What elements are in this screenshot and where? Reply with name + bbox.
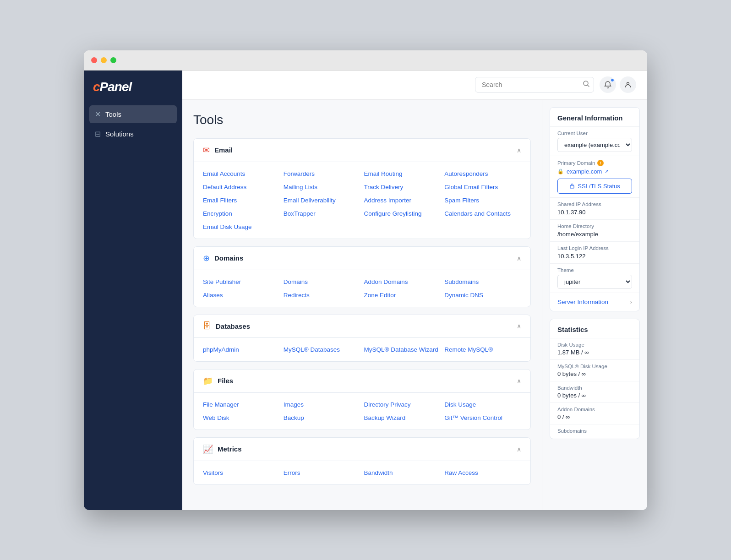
statistics-card: Statistics Disk Usage 1.87 MB / ∞ MySQL®… xyxy=(550,319,640,439)
link-visitors[interactable]: Visitors xyxy=(203,468,280,477)
files-links: File Manager Images Directory Privacy Di… xyxy=(194,393,530,430)
stat-disk-usage-value: 1.87 MB / ∞ xyxy=(557,349,632,356)
domain-link[interactable]: 🔒 example.com ↗ xyxy=(557,168,632,175)
link-subdomains[interactable]: Subdomains xyxy=(444,277,521,286)
ssl-tls-button[interactable]: SSL/TLS Status xyxy=(557,179,632,194)
notifications-button[interactable] xyxy=(600,76,616,93)
link-backup-wizard[interactable]: Backup Wizard xyxy=(364,413,441,422)
link-site-publisher[interactable]: Site Publisher xyxy=(203,277,280,286)
section-databases-header[interactable]: 🗄 Databases ∧ xyxy=(194,315,530,338)
link-phpmyadmin[interactable]: phpMyAdmin xyxy=(203,345,280,354)
app-window: cPanel ✕ Tools ⊟ Solutions xyxy=(84,50,647,510)
current-user-row: Current User example (example.com) xyxy=(550,126,639,156)
sidebar: cPanel ✕ Tools ⊟ Solutions xyxy=(84,71,182,510)
server-info-row[interactable]: Server Information › xyxy=(550,293,639,311)
search-input[interactable] xyxy=(475,77,594,92)
link-mailing-lists[interactable]: Mailing Lists xyxy=(284,183,360,191)
link-raw-access[interactable]: Raw Access xyxy=(444,468,521,477)
link-email-disk-usage[interactable]: Email Disk Usage xyxy=(203,223,280,231)
link-address-importer[interactable]: Address Importer xyxy=(364,196,441,205)
section-email-title: Email xyxy=(214,146,233,154)
maximize-button[interactable] xyxy=(110,57,116,63)
general-info-card: General Information Current User example… xyxy=(550,107,640,311)
link-email-routing[interactable]: Email Routing xyxy=(364,169,441,178)
section-email: ✉ Email ∧ Email Accounts Forwarders Emai… xyxy=(193,138,531,239)
user-menu-button[interactable] xyxy=(620,76,636,93)
statistics-title: Statistics xyxy=(550,319,639,338)
link-remote-mysql[interactable]: Remote MySQL® xyxy=(444,345,521,354)
stat-disk-usage-label: Disk Usage xyxy=(557,342,632,348)
link-spam-filters[interactable]: Spam Filters xyxy=(444,196,521,205)
metrics-chevron-icon: ∧ xyxy=(517,446,521,453)
info-icon: ! xyxy=(597,160,604,166)
link-track-delivery[interactable]: Track Delivery xyxy=(364,183,441,191)
svg-rect-3 xyxy=(570,185,574,188)
link-forwarders[interactable]: Forwarders xyxy=(284,169,360,178)
current-user-select[interactable]: example (example.com) xyxy=(557,138,632,152)
page-title: Tools xyxy=(193,113,531,127)
link-autoresponders[interactable]: Autoresponders xyxy=(444,169,521,178)
section-metrics-title: Metrics xyxy=(218,445,242,453)
last-login-label: Last Login IP Address xyxy=(557,245,632,251)
theme-label: Theme xyxy=(557,267,632,273)
link-email-deliverability[interactable]: Email Deliverability xyxy=(284,196,360,205)
stat-addon-domains-value: 0 / ∞ xyxy=(557,413,632,420)
domains-icon: ⊕ xyxy=(203,253,210,263)
link-configure-greylisting[interactable]: Configure Greylisting xyxy=(364,209,441,218)
link-directory-privacy[interactable]: Directory Privacy xyxy=(364,400,441,409)
link-addon-domains[interactable]: Addon Domains xyxy=(364,277,441,286)
link-backup[interactable]: Backup xyxy=(284,413,360,422)
shared-ip-row: Shared IP Address 10.1.37.90 xyxy=(550,197,639,219)
main-content: Tools ✉ Email ∧ Email Accounts For xyxy=(182,100,542,510)
section-databases-title: Databases xyxy=(216,322,250,330)
email-links: Email Accounts Forwarders Email Routing … xyxy=(194,162,530,239)
link-zone-editor[interactable]: Zone Editor xyxy=(364,291,441,299)
sidebar-item-solutions-label: Solutions xyxy=(105,130,134,138)
link-mysql-database-wizard[interactable]: MySQL® Database Wizard xyxy=(364,345,441,354)
link-images[interactable]: Images xyxy=(284,400,360,409)
general-info-title: General Information xyxy=(550,108,639,126)
section-email-header[interactable]: ✉ Email ∧ xyxy=(194,139,530,162)
section-metrics-header[interactable]: 📈 Metrics ∧ xyxy=(194,438,530,461)
section-domains-header[interactable]: ⊕ Domains ∧ xyxy=(194,247,530,270)
link-git-version-control[interactable]: Git™ Version Control xyxy=(444,413,521,422)
sidebar-item-tools[interactable]: ✕ Tools xyxy=(89,105,177,123)
email-icon: ✉ xyxy=(203,145,210,155)
link-domains[interactable]: Domains xyxy=(284,277,360,286)
link-web-disk[interactable]: Web Disk xyxy=(203,413,280,422)
minimize-button[interactable] xyxy=(101,57,107,63)
link-encryption[interactable]: Encryption xyxy=(203,209,280,218)
databases-links: phpMyAdmin MySQL® Databases MySQL® Datab… xyxy=(194,338,530,361)
link-mysql-databases[interactable]: MySQL® Databases xyxy=(284,345,360,354)
link-dynamic-dns[interactable]: Dynamic DNS xyxy=(444,291,521,299)
close-button[interactable] xyxy=(91,57,97,63)
sidebar-nav: ✕ Tools ⊟ Solutions xyxy=(84,105,182,143)
logo: cPanel xyxy=(84,80,182,105)
stat-addon-domains: Addon Domains 0 / ∞ xyxy=(550,402,639,424)
link-email-accounts[interactable]: Email Accounts xyxy=(203,169,280,178)
databases-chevron-icon: ∧ xyxy=(517,322,521,330)
link-boxtrapper[interactable]: BoxTrapper xyxy=(284,209,360,218)
server-info-label: Server Information xyxy=(557,299,608,305)
link-disk-usage[interactable]: Disk Usage xyxy=(444,400,521,409)
domains-chevron-icon: ∧ xyxy=(517,255,521,262)
link-file-manager[interactable]: File Manager xyxy=(203,400,280,409)
link-bandwidth[interactable]: Bandwidth xyxy=(364,468,441,477)
link-errors[interactable]: Errors xyxy=(284,468,360,477)
link-email-filters[interactable]: Email Filters xyxy=(203,196,280,205)
stat-mysql-disk-value: 0 bytes / ∞ xyxy=(557,370,632,377)
link-default-address[interactable]: Default Address xyxy=(203,183,280,191)
link-global-email-filters[interactable]: Global Email Filters xyxy=(444,183,521,191)
link-calendars-contacts[interactable]: Calendars and Contacts xyxy=(444,209,521,218)
link-redirects[interactable]: Redirects xyxy=(284,291,360,299)
link-aliases[interactable]: Aliases xyxy=(203,291,280,299)
theme-select[interactable]: jupiter xyxy=(557,275,632,289)
search-wrap xyxy=(475,77,594,92)
stat-mysql-disk-label: MySQL® Disk Usage xyxy=(557,364,632,369)
section-files-header[interactable]: 📁 Files ∧ xyxy=(194,370,530,393)
current-user-label: Current User xyxy=(557,130,632,136)
home-dir-row: Home Directory /home/example xyxy=(550,219,639,241)
section-domains-title: Domains xyxy=(214,254,243,262)
solutions-icon: ⊟ xyxy=(95,130,101,138)
sidebar-item-solutions[interactable]: ⊟ Solutions xyxy=(89,125,177,143)
